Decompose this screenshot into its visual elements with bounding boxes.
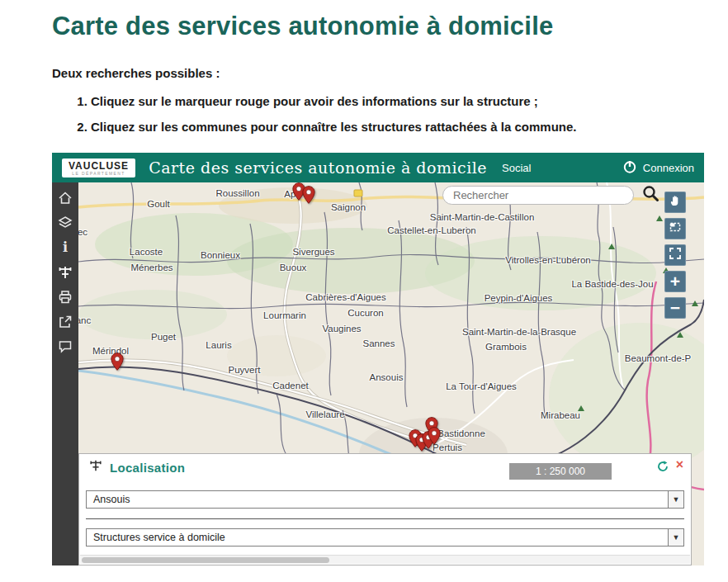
commune-label[interactable]: anc bbox=[78, 315, 91, 325]
commune-label[interactable]: Ansouis bbox=[370, 372, 404, 382]
map-search bbox=[442, 185, 660, 205]
print-icon bbox=[58, 290, 73, 305]
commune-label[interactable]: Roussillon bbox=[215, 188, 259, 198]
connexion-button[interactable]: Connexion bbox=[622, 159, 694, 177]
left-toolbar: i bbox=[52, 182, 78, 565]
info-button[interactable]: i bbox=[56, 239, 74, 256]
scale-indicator: 1 : 250 000 bbox=[509, 463, 612, 480]
commune-label[interactable]: Mirabeau bbox=[541, 410, 580, 420]
logo-subtext: LE DÉPARTEMENT bbox=[72, 172, 125, 176]
localisation-icon bbox=[89, 459, 102, 476]
full-extent-icon bbox=[669, 247, 682, 263]
layers-icon bbox=[58, 215, 73, 230]
home-button[interactable] bbox=[56, 189, 74, 206]
map-marker-pin[interactable] bbox=[428, 427, 441, 445]
panel-title: Localisation bbox=[110, 461, 185, 475]
box-zoom-icon bbox=[669, 220, 682, 237]
chevron-down-icon: ▼ bbox=[668, 491, 683, 508]
search-icon bbox=[641, 184, 659, 206]
page-title: Carte des services autonomie à domicile bbox=[52, 10, 728, 43]
app-subtitle: Social bbox=[502, 162, 531, 174]
layers-button[interactable] bbox=[56, 214, 74, 231]
refresh-icon bbox=[656, 461, 669, 476]
share-icon bbox=[58, 315, 73, 329]
minus-icon: − bbox=[670, 299, 680, 316]
connexion-label: Connexion bbox=[643, 162, 694, 174]
commune-label[interactable]: La Tour-d'Aigues bbox=[446, 381, 517, 391]
commune-label[interactable]: Vitrolles-en-Lubéron bbox=[505, 255, 590, 265]
scrollbar-thumb[interactable] bbox=[82, 557, 329, 563]
intro-text: Deux recherches possibles : bbox=[52, 66, 728, 80]
instruction-item: Cliquez sur les communes pour connaître … bbox=[91, 119, 728, 135]
commune-label[interactable]: Puyvert bbox=[229, 365, 261, 375]
chevron-down-icon: ▼ bbox=[668, 529, 683, 546]
commune-select-value: Ansouis bbox=[87, 491, 668, 508]
comment-icon bbox=[58, 339, 73, 354]
commune-label[interactable]: La Bastide-des-Jou bbox=[571, 279, 653, 289]
commune-label[interactable]: Ménerbes bbox=[130, 263, 173, 272]
instruction-item: Cliquez sur le marqueur rouge pour avoir… bbox=[91, 93, 728, 109]
commune-label[interactable]: Peypin-d'Aigues bbox=[485, 293, 553, 303]
commune-label[interactable]: Bastidonne bbox=[437, 428, 485, 438]
comment-button[interactable] bbox=[56, 338, 74, 355]
commune-label[interactable]: Cabrières-d'Aigues bbox=[305, 292, 385, 302]
commune-label[interactable]: Lauris bbox=[206, 340, 231, 350]
commune-label[interactable]: Saint-Martin-de-la-Brasque bbox=[462, 327, 576, 337]
box-zoom-button[interactable] bbox=[664, 218, 686, 239]
pan-tool-button[interactable] bbox=[664, 192, 686, 213]
zoom-out-button[interactable]: − bbox=[664, 297, 686, 319]
vaucluse-logo[interactable]: VAUCLUSE LE DÉPARTEMENT bbox=[62, 159, 135, 177]
zoom-in-button[interactable]: + bbox=[664, 271, 686, 292]
refresh-button[interactable] bbox=[656, 460, 669, 476]
print-button[interactable] bbox=[56, 288, 74, 305]
info-icon: i bbox=[63, 241, 68, 254]
share-button[interactable] bbox=[56, 313, 74, 330]
map-widget: VAUCLUSE LE DÉPARTEMENT Carte des servic… bbox=[52, 153, 704, 565]
instruction-list: Cliquez sur le marqueur rouge pour avoir… bbox=[52, 93, 728, 135]
commune-label[interactable]: Villelaure bbox=[305, 409, 344, 419]
commune-label[interactable]: Sivergues bbox=[292, 247, 334, 257]
app-title: Carte des services autonomie à domicile bbox=[149, 159, 487, 177]
commune-label[interactable]: Lourmarin bbox=[263, 310, 306, 320]
hand-icon bbox=[669, 194, 682, 211]
commune-label[interactable]: ec bbox=[78, 227, 87, 237]
commune-label[interactable]: Saint-Martin-de-Castillon bbox=[430, 212, 535, 222]
search-button[interactable] bbox=[641, 185, 660, 205]
commune-label[interactable]: Puget bbox=[151, 332, 176, 342]
commune-label[interactable]: Goult bbox=[147, 199, 170, 209]
commune-label[interactable]: Lacoste bbox=[130, 247, 163, 257]
map-marker-pin[interactable] bbox=[111, 353, 124, 371]
app-header: VAUCLUSE LE DÉPARTEMENT Carte des servic… bbox=[52, 153, 704, 182]
commune-label[interactable]: Sannes bbox=[362, 338, 395, 348]
measure-button[interactable] bbox=[56, 263, 74, 281]
commune-label[interactable]: Grambois bbox=[485, 342, 527, 352]
commune-label[interactable]: Saignon bbox=[331, 202, 366, 212]
commune-label[interactable]: Beaumont-de-P bbox=[625, 353, 692, 363]
plus-icon: + bbox=[670, 272, 680, 290]
structure-select-value: Structures service à domicile bbox=[87, 529, 668, 546]
panel-separator bbox=[86, 518, 684, 519]
home-icon bbox=[58, 191, 73, 206]
logo-text: VAUCLUSE bbox=[69, 161, 129, 171]
commune-select[interactable]: Ansouis ▼ bbox=[86, 490, 684, 509]
measure-icon bbox=[58, 265, 73, 280]
horizontal-scrollbar[interactable] bbox=[80, 555, 690, 564]
commune-label[interactable]: Vaugines bbox=[322, 324, 361, 334]
close-icon[interactable]: × bbox=[676, 458, 683, 471]
map-area[interactable]: RoussillonGoultAptSaignonSaint-Martin-de… bbox=[78, 182, 704, 565]
commune-label[interactable]: Cadenet bbox=[272, 381, 308, 390]
power-icon bbox=[622, 159, 637, 177]
commune-label[interactable]: Castellet-en-Luberon bbox=[387, 225, 475, 235]
commune-label[interactable]: Cucuron bbox=[347, 308, 383, 318]
commune-label[interactable]: Bonnieux bbox=[201, 250, 240, 260]
commune-label[interactable]: Buoux bbox=[280, 263, 307, 272]
search-input[interactable] bbox=[442, 186, 634, 205]
map-marker-pin[interactable] bbox=[302, 186, 315, 204]
structure-select[interactable]: Structures service à domicile ▼ bbox=[86, 528, 684, 547]
map-controls: + − bbox=[664, 192, 686, 319]
full-extent-button[interactable] bbox=[664, 244, 686, 266]
